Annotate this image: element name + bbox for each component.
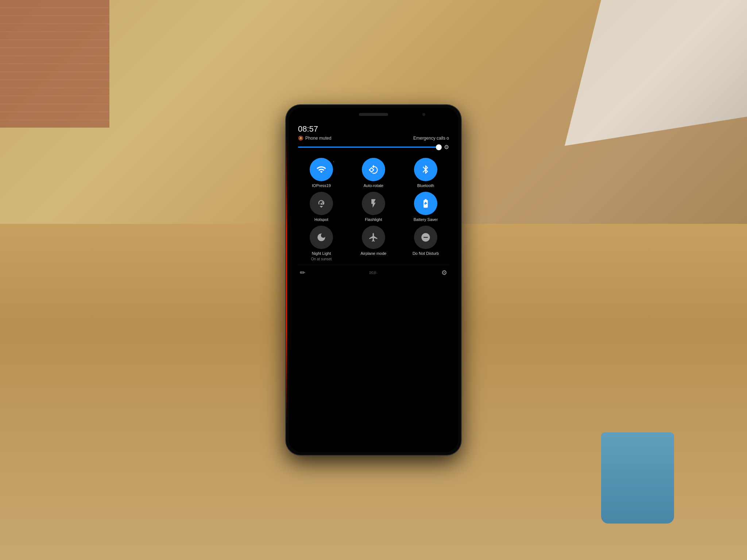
tile-wifi[interactable]: · IOPress19: [298, 158, 345, 188]
brightness-track[interactable]: [298, 147, 441, 148]
nightlight-label: Night Light: [312, 251, 331, 256]
brightness-icon: ⚙: [444, 144, 449, 151]
settings-button[interactable]: ⚙: [441, 269, 447, 277]
tile-autorotate[interactable]: Auto-rotate: [350, 158, 397, 188]
nightlight-circle[interactable]: [310, 226, 333, 249]
bluetooth-icon: [421, 164, 431, 175]
nav-icons: ✉ # ·: [369, 268, 378, 277]
donotdisturb-icon: [421, 232, 431, 242]
bottom-bar: ✏ ✉ # · ⚙: [298, 265, 449, 279]
tile-bluetooth[interactable]: Bluetooth: [402, 158, 449, 188]
flashlight-label: Flashlight: [365, 217, 382, 222]
tile-batterysaver[interactable]: Battery Saver: [402, 192, 449, 222]
bluetooth-label: Bluetooth: [417, 183, 434, 188]
nav-hash-icon: #: [374, 270, 376, 276]
hotspot-label: Hotspot: [314, 217, 328, 222]
brightness-thumb[interactable]: [436, 144, 442, 150]
edit-button[interactable]: ✏: [300, 269, 305, 277]
tiles-grid: · IOPress19 Auto-rotate: [298, 158, 449, 261]
phone-screen: 08:57 🔕 Phone muted Emergency calls o ⚙: [289, 108, 458, 452]
background-planter: [601, 432, 674, 524]
time-display: 08:57: [298, 124, 318, 134]
hotspot-circle[interactable]: [310, 192, 333, 215]
tile-flashlight[interactable]: Flashlight: [350, 192, 397, 222]
mute-row: 🔕 Phone muted Emergency calls o: [298, 136, 449, 141]
emergency-label: Emergency calls o: [413, 136, 449, 141]
wifi-label: IOPress19: [312, 183, 331, 188]
donotdisturb-label: Do Not Disturb: [413, 251, 439, 256]
tile-hotspot[interactable]: Hotspot: [298, 192, 345, 222]
airplane-icon: [368, 232, 379, 242]
nav-mail-icon: ✉: [369, 270, 374, 276]
flashlight-circle[interactable]: [362, 192, 385, 215]
batterysaver-label: Battery Saver: [414, 217, 438, 222]
brightness-row: ⚙: [298, 144, 449, 151]
batterysaver-circle[interactable]: [414, 192, 437, 215]
hotspot-icon: [316, 198, 326, 209]
tile-donotdisturb[interactable]: Do Not Disturb: [402, 226, 449, 261]
wifi-signal-dot: ·: [333, 160, 334, 164]
background-ground: [0, 0, 109, 128]
phone-body: 08:57 🔕 Phone muted Emergency calls o ⚙: [286, 105, 461, 455]
autorotate-icon: [368, 164, 379, 175]
speaker-grill: [359, 113, 388, 116]
autorotate-circle[interactable]: [362, 158, 385, 181]
wifi-icon: [316, 164, 326, 175]
autorotate-label: Auto-rotate: [364, 183, 383, 188]
airplane-label: Airplane mode: [361, 251, 387, 256]
airplane-circle[interactable]: [362, 226, 385, 249]
wifi-circle[interactable]: ·: [310, 158, 333, 181]
batterysaver-icon: [421, 198, 431, 209]
nightlight-icon: [316, 232, 326, 242]
phone-device: 08:57 🔕 Phone muted Emergency calls o ⚙: [286, 105, 461, 455]
nightlight-sublabel: On at sunset: [311, 257, 332, 261]
camera: [422, 113, 425, 116]
bell-mute-icon: 🔕: [298, 136, 303, 141]
tile-nightlight[interactable]: Night Light On at sunset: [298, 226, 345, 261]
nav-dot-icon: ·: [376, 270, 378, 276]
notch-area: [289, 108, 458, 121]
bluetooth-circle[interactable]: [414, 158, 437, 181]
tile-airplane[interactable]: Airplane mode: [350, 226, 397, 261]
flashlight-icon: [368, 198, 379, 209]
mute-label: 🔕 Phone muted: [298, 136, 331, 141]
status-bar: 08:57: [298, 124, 449, 134]
quick-settings-panel: 08:57 🔕 Phone muted Emergency calls o ⚙: [289, 121, 458, 452]
donotdisturb-circle[interactable]: [414, 226, 437, 249]
